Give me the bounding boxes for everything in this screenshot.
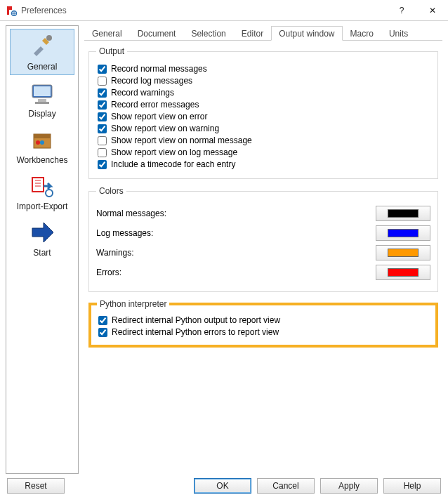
- color-row: Log messages:: [96, 225, 430, 241]
- import-export-icon: [28, 173, 56, 199]
- svg-rect-7: [34, 134, 51, 138]
- help-button-footer[interactable]: Help: [383, 478, 441, 494]
- output-option-row[interactable]: Include a timecode for each entry: [96, 159, 430, 169]
- help-button[interactable]: ?: [386, 0, 417, 21]
- python-option-label: Redirect internal Python output to repor…: [112, 315, 280, 325]
- output-option-checkbox[interactable]: [98, 100, 107, 110]
- color-row: Errors:: [96, 265, 430, 280]
- tab-general[interactable]: General: [84, 26, 130, 41]
- tab-units[interactable]: Units: [381, 26, 416, 41]
- sidebar-item-label: Display: [28, 109, 55, 119]
- colors-group: Colors Normal messages:Log messages:Warn…: [88, 186, 438, 292]
- tools-icon: [28, 34, 56, 59]
- output-option-checkbox[interactable]: [98, 77, 107, 86]
- sidebar-item-label: Import-Export: [17, 202, 68, 211]
- color-button[interactable]: [376, 265, 430, 280]
- python-option-checkbox[interactable]: [98, 328, 107, 337]
- svg-point-1: [46, 35, 52, 41]
- app-icon: [6, 5, 17, 16]
- tab-bar: GeneralDocumentSelectionEditorOutput win…: [84, 25, 442, 41]
- arrow-icon: [28, 220, 56, 245]
- sidebar-item-label: Start: [33, 248, 51, 258]
- output-option-row[interactable]: Record warnings: [96, 88, 430, 98]
- output-option-label: Record normal messages: [111, 64, 207, 74]
- output-option-label: Include a timecode for each entry: [111, 159, 235, 169]
- output-option-checkbox[interactable]: [98, 88, 107, 98]
- titlebar: Preferences ? ✕: [0, 0, 448, 21]
- output-option-label: Show report view on error: [111, 112, 207, 121]
- color-row: Warnings:: [96, 245, 430, 260]
- output-option-checkbox[interactable]: [98, 148, 107, 157]
- color-button[interactable]: [376, 225, 430, 241]
- color-label: Errors:: [96, 267, 376, 277]
- output-option-checkbox[interactable]: [98, 136, 107, 145]
- color-label: Normal messages:: [96, 209, 376, 218]
- sidebar-item-start[interactable]: Start: [10, 216, 74, 260]
- tab-panel: Output Record normal messagesRecord log …: [84, 41, 442, 474]
- tab-editor[interactable]: Editor: [234, 26, 271, 41]
- cancel-button[interactable]: Cancel: [257, 478, 315, 494]
- tab-macro[interactable]: Macro: [343, 26, 381, 41]
- output-option-checkbox[interactable]: [98, 160, 107, 169]
- color-swatch: [388, 249, 419, 257]
- color-label: Warnings:: [96, 248, 376, 258]
- sidebar-item-workbenches[interactable]: Workbenches: [10, 123, 74, 168]
- output-option-row[interactable]: Record log messages: [96, 76, 430, 86]
- color-button[interactable]: [376, 206, 430, 221]
- tab-output-window[interactable]: Output window: [271, 26, 342, 41]
- svg-rect-10: [32, 178, 44, 192]
- output-option-row[interactable]: Show report view on normal message: [96, 136, 430, 145]
- svg-rect-5: [35, 102, 49, 104]
- output-group: Output Record normal messagesRecord log …: [88, 46, 438, 179]
- output-option-label: Record log messages: [111, 76, 192, 86]
- svg-rect-4: [38, 99, 46, 102]
- svg-point-9: [40, 140, 44, 145]
- python-interpreter-group: Python interpreter Redirect internal Pyt…: [88, 299, 438, 348]
- output-option-label: Record warnings: [111, 88, 174, 98]
- close-button[interactable]: ✕: [417, 0, 448, 21]
- python-option-label: Redirect internal Python errors to repor…: [112, 327, 279, 337]
- apply-button[interactable]: Apply: [320, 478, 378, 494]
- color-swatch: [388, 268, 419, 277]
- category-sidebar: GeneralDisplayWorkbenchesImport-ExportSt…: [6, 25, 79, 474]
- tab-document[interactable]: Document: [130, 26, 184, 41]
- svg-point-8: [36, 140, 40, 145]
- output-option-row[interactable]: Show report view on warning: [96, 124, 430, 133]
- color-swatch: [388, 209, 419, 218]
- tab-selection[interactable]: Selection: [183, 26, 233, 41]
- output-option-row[interactable]: Show report view on log message: [96, 147, 430, 157]
- python-legend: Python interpreter: [97, 299, 169, 309]
- output-option-checkbox[interactable]: [98, 124, 107, 133]
- python-option-row[interactable]: Redirect internal Python output to repor…: [97, 315, 430, 325]
- python-option-checkbox[interactable]: [98, 316, 107, 325]
- main-panel: GeneralDocumentSelectionEditorOutput win…: [79, 25, 442, 474]
- output-option-label: Show report view on warning: [111, 124, 219, 133]
- python-option-row[interactable]: Redirect internal Python errors to repor…: [97, 327, 430, 337]
- sidebar-item-label: General: [27, 62, 58, 72]
- svg-rect-3: [34, 86, 51, 96]
- output-option-label: Show report view on normal message: [111, 136, 252, 145]
- reset-button[interactable]: Reset: [7, 478, 65, 494]
- sidebar-item-display[interactable]: Display: [10, 77, 74, 121]
- output-option-label: Show report view on log message: [111, 147, 237, 157]
- color-swatch: [388, 229, 419, 237]
- content-area: GeneralDisplayWorkbenchesImport-ExportSt…: [0, 21, 448, 474]
- window-title: Preferences: [21, 6, 386, 15]
- ok-button[interactable]: OK: [194, 478, 251, 494]
- output-option-label: Record error messages: [111, 100, 199, 110]
- sidebar-item-general[interactable]: General: [10, 29, 74, 75]
- color-row: Normal messages:: [96, 206, 430, 221]
- output-option-checkbox[interactable]: [98, 65, 107, 74]
- box-icon: [28, 127, 56, 152]
- svg-point-11: [46, 190, 53, 197]
- monitor-icon: [28, 81, 56, 106]
- output-option-row[interactable]: Record normal messages: [96, 64, 430, 74]
- sidebar-item-import-export[interactable]: Import-Export: [10, 169, 74, 214]
- output-option-row[interactable]: Show report view on error: [96, 112, 430, 121]
- output-option-row[interactable]: Record error messages: [96, 100, 430, 110]
- colors-legend: Colors: [96, 186, 126, 196]
- color-button[interactable]: [376, 245, 430, 260]
- color-label: Log messages:: [96, 228, 376, 238]
- output-option-checkbox[interactable]: [98, 112, 107, 121]
- dialog-footer: Reset OK Cancel Apply Help: [0, 474, 448, 498]
